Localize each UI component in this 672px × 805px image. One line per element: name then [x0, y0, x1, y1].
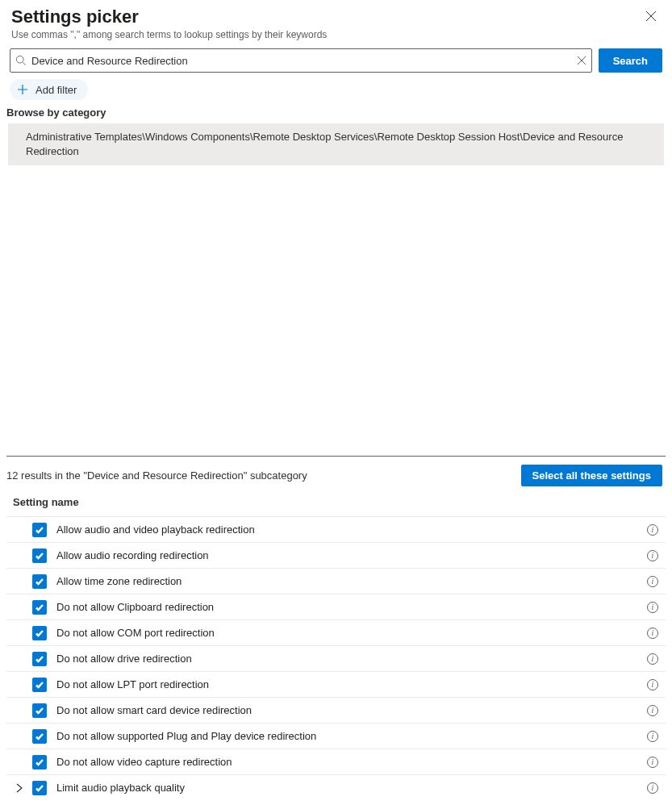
info-cell: i: [643, 524, 662, 536]
info-cell: i: [643, 731, 662, 742]
setting-checkbox[interactable]: [32, 703, 47, 718]
checkbox-cell: [29, 548, 50, 563]
setting-checkbox[interactable]: [32, 755, 47, 770]
setting-name: Allow audio recording redirection: [50, 549, 643, 561]
setting-name: Do not allow smart card device redirecti…: [50, 704, 643, 716]
checkbox-cell: [29, 600, 50, 615]
info-cell: i: [643, 628, 662, 639]
expand-cell[interactable]: [10, 782, 29, 794]
setting-checkbox[interactable]: [32, 626, 47, 640]
info-icon[interactable]: i: [647, 576, 658, 587]
setting-row[interactable]: Do not allow COM port redirectioni: [6, 619, 666, 645]
checkbox-cell: [29, 703, 50, 718]
checkmark-icon: [35, 654, 44, 664]
setting-name: Allow time zone redirection: [50, 575, 643, 587]
setting-row[interactable]: Do not allow LPT port redirectioni: [6, 671, 666, 697]
setting-checkbox[interactable]: [32, 574, 47, 589]
chevron-right-icon: [14, 782, 25, 794]
add-filter-button[interactable]: Add filter: [10, 79, 88, 100]
browse-by-category-label: Browse by category: [0, 106, 672, 123]
checkmark-icon: [35, 706, 44, 715]
info-icon[interactable]: i: [647, 782, 658, 794]
page-subtitle: Use commas "," among search terms to loo…: [11, 29, 661, 40]
setting-checkbox[interactable]: [32, 678, 47, 692]
setting-checkbox[interactable]: [32, 729, 47, 744]
select-all-button[interactable]: Select all these settings: [521, 465, 662, 486]
setting-checkbox[interactable]: [32, 523, 47, 537]
page-title: Settings picker: [11, 6, 661, 27]
checkmark-icon: [35, 577, 44, 586]
setting-row[interactable]: Do not allow Clipboard redirectioni: [6, 594, 666, 619]
checkbox-cell: [29, 755, 50, 770]
setting-row[interactable]: Do not allow smart card device redirecti…: [6, 697, 666, 723]
checkmark-icon: [35, 525, 44, 535]
setting-name: Do not allow Clipboard redirection: [50, 601, 643, 613]
checkbox-cell: [29, 781, 50, 795]
settings-list: Allow audio and video playback redirecti…: [0, 516, 672, 800]
close-button[interactable]: [645, 10, 657, 23]
info-icon[interactable]: i: [647, 679, 658, 690]
info-cell: i: [643, 602, 662, 613]
setting-name: Limit audio playback quality: [50, 782, 643, 794]
checkbox-cell: [29, 626, 50, 640]
setting-row[interactable]: Do not allow supported Plug and Play dev…: [6, 723, 666, 749]
info-cell: i: [643, 550, 662, 561]
results-summary: 12 results in the "Device and Resource R…: [6, 469, 307, 482]
info-icon[interactable]: i: [647, 550, 658, 561]
close-icon: [645, 10, 657, 23]
checkbox-cell: [29, 574, 50, 589]
setting-row[interactable]: Do not allow video capture redirectioni: [6, 749, 666, 774]
setting-name: Do not allow COM port redirection: [50, 627, 643, 639]
setting-checkbox[interactable]: [32, 781, 47, 795]
checkmark-icon: [35, 603, 44, 612]
search-input[interactable]: [31, 55, 577, 67]
setting-row[interactable]: Allow time zone redirectioni: [6, 568, 666, 594]
setting-row[interactable]: Allow audio recording redirectioni: [6, 542, 666, 568]
setting-name: Allow audio and video playback redirecti…: [50, 523, 643, 536]
checkmark-icon: [35, 783, 44, 793]
info-icon[interactable]: i: [647, 602, 658, 613]
checkbox-cell: [29, 678, 50, 692]
setting-name: Do not allow video capture redirection: [50, 756, 643, 768]
category-path[interactable]: Administrative Templates\Windows Compone…: [8, 123, 664, 165]
search-box[interactable]: [10, 48, 592, 73]
checkbox-cell: [29, 523, 50, 537]
setting-row[interactable]: Do not allow drive redirectioni: [6, 645, 666, 671]
setting-name: Do not allow drive redirection: [50, 653, 643, 665]
info-cell: i: [643, 705, 662, 716]
clear-search-button[interactable]: [577, 56, 586, 65]
setting-row[interactable]: Limit audio playback qualityi: [6, 774, 666, 800]
info-icon[interactable]: i: [647, 757, 658, 768]
info-icon[interactable]: i: [647, 731, 658, 742]
info-cell: i: [643, 757, 662, 768]
info-cell: i: [643, 782, 662, 794]
clear-icon: [577, 56, 586, 65]
setting-checkbox[interactable]: [32, 600, 47, 615]
column-header-setting-name[interactable]: Setting name: [0, 493, 672, 516]
setting-name: Do not allow supported Plug and Play dev…: [50, 730, 643, 742]
setting-checkbox[interactable]: [32, 548, 47, 563]
search-icon: [15, 55, 27, 66]
setting-checkbox[interactable]: [32, 652, 47, 666]
info-cell: i: [643, 653, 662, 665]
add-filter-label: Add filter: [35, 84, 77, 96]
info-icon[interactable]: i: [647, 628, 658, 639]
checkmark-icon: [35, 732, 44, 741]
info-icon[interactable]: i: [647, 705, 658, 716]
setting-row[interactable]: Allow audio and video playback redirecti…: [6, 516, 666, 542]
checkmark-icon: [35, 757, 44, 767]
svg-point-0: [16, 56, 23, 63]
checkbox-cell: [29, 729, 50, 744]
info-cell: i: [643, 576, 662, 587]
info-cell: i: [643, 679, 662, 690]
checkmark-icon: [35, 551, 44, 561]
plus-icon: [16, 83, 29, 96]
info-icon[interactable]: i: [647, 524, 658, 536]
section-divider: [6, 456, 666, 457]
search-button[interactable]: Search: [599, 48, 662, 73]
checkbox-cell: [29, 652, 50, 666]
checkmark-icon: [35, 628, 44, 638]
info-icon[interactable]: i: [647, 653, 658, 665]
setting-name: Do not allow LPT port redirection: [50, 678, 643, 690]
checkmark-icon: [35, 680, 44, 690]
